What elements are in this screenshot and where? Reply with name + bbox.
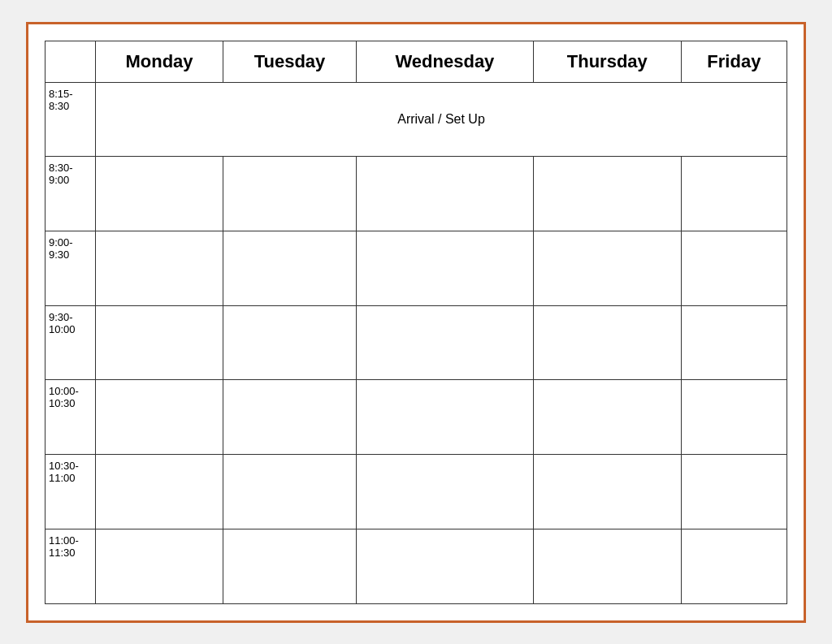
schedule-cell[interactable] (357, 231, 534, 305)
schedule-cell[interactable] (681, 305, 786, 380)
time-cell: 10:00- 10:30 (46, 380, 96, 455)
schedule-cell[interactable] (96, 157, 223, 231)
header-monday: Monday (96, 41, 223, 82)
header-friday: Friday (681, 41, 786, 82)
header-tuesday: Tuesday (223, 41, 357, 82)
schedule-cell[interactable] (223, 231, 357, 305)
schedule-cell[interactable] (223, 305, 357, 380)
schedule-cell[interactable] (681, 157, 786, 231)
time-col-header (46, 41, 96, 82)
schedule-cell[interactable] (533, 529, 681, 603)
schedule-cell[interactable] (681, 380, 786, 455)
schedule-cell[interactable] (533, 157, 681, 231)
calendar-table: Monday Tuesday Wednesday Thursday Friday… (45, 41, 787, 604)
table-row: 10:00- 10:30 (46, 380, 787, 455)
arrival-cell: Arrival / Set Up (96, 82, 787, 157)
schedule-cell[interactable] (357, 157, 534, 231)
schedule-cell[interactable] (357, 380, 534, 455)
table-row: 9:30- 10:00 (46, 305, 787, 380)
schedule-cell[interactable] (533, 380, 681, 455)
schedule-cell[interactable] (96, 305, 223, 380)
table-row: 11:00- 11:30 (46, 529, 787, 603)
time-cell: 8:15- 8:30 (46, 82, 96, 157)
schedule-cell[interactable] (533, 305, 681, 380)
table-row: 8:15- 8:30Arrival / Set Up (46, 82, 787, 157)
schedule-cell[interactable] (96, 231, 223, 305)
table-row: 10:30- 11:00 (46, 455, 787, 529)
time-cell: 9:00- 9:30 (46, 231, 96, 305)
schedule-cell[interactable] (357, 455, 534, 529)
schedule-cell[interactable] (357, 305, 534, 380)
header-wednesday: Wednesday (357, 41, 534, 82)
table-row: 8:30- 9:00 (46, 157, 787, 231)
schedule-cell[interactable] (681, 231, 786, 305)
header-row: Monday Tuesday Wednesday Thursday Friday (46, 41, 787, 82)
page-container: Monday Tuesday Wednesday Thursday Friday… (26, 22, 806, 623)
table-row: 9:00- 9:30 (46, 231, 787, 305)
schedule-cell[interactable] (681, 455, 786, 529)
time-cell: 9:30- 10:00 (46, 305, 96, 380)
schedule-cell[interactable] (681, 529, 786, 603)
schedule-cell[interactable] (96, 380, 223, 455)
schedule-cell[interactable] (533, 455, 681, 529)
schedule-cell[interactable] (357, 529, 534, 603)
header-thursday: Thursday (533, 41, 681, 82)
schedule-cell[interactable] (96, 455, 223, 529)
time-cell: 8:30- 9:00 (46, 157, 96, 231)
schedule-cell[interactable] (223, 529, 357, 603)
schedule-cell[interactable] (533, 231, 681, 305)
schedule-cell[interactable] (223, 157, 357, 231)
time-cell: 10:30- 11:00 (46, 455, 96, 529)
time-cell: 11:00- 11:30 (46, 529, 96, 603)
schedule-cell[interactable] (96, 529, 223, 603)
schedule-cell[interactable] (223, 380, 357, 455)
schedule-cell[interactable] (223, 455, 357, 529)
